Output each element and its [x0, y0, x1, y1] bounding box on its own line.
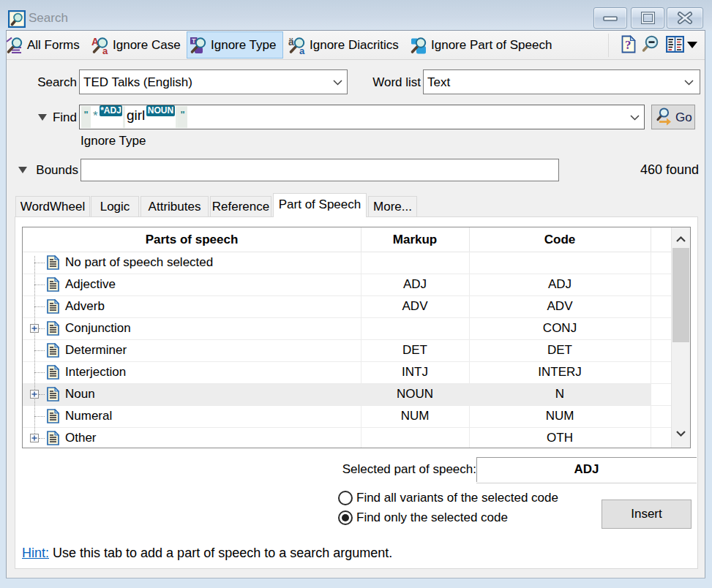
svg-text:ä: ä: [288, 37, 294, 48]
svg-text:?: ?: [625, 38, 632, 52]
svg-text:a: a: [299, 45, 305, 55]
svg-text:a: a: [102, 45, 108, 55]
